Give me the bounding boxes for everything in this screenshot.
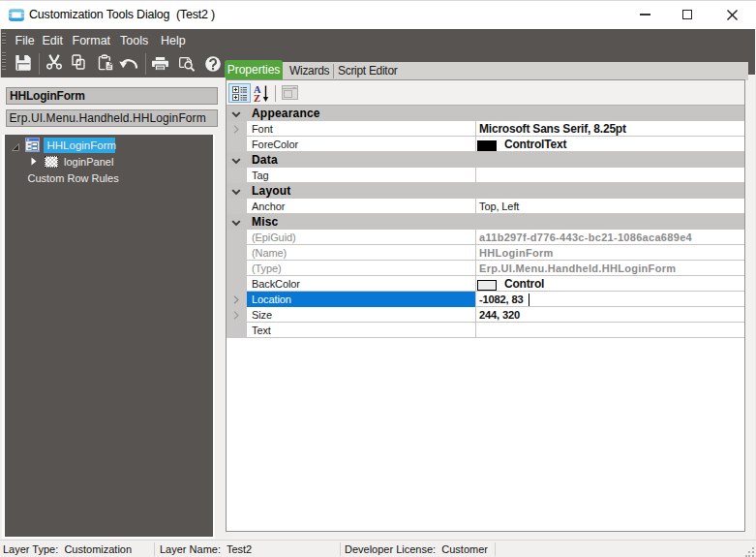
svg-text:Z: Z [254,93,260,103]
